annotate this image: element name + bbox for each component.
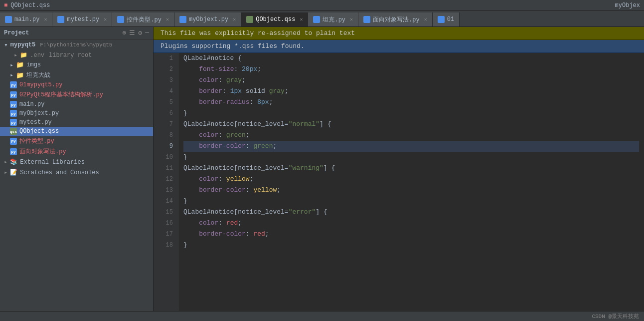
sidebar-item-myobjext[interactable]: py myObjext.py — [0, 109, 153, 118]
sidebar-item-oop[interactable]: py 面向对象写法.py — [0, 146, 153, 157]
project-arrow-icon: ▾ — [4, 41, 8, 49]
title-bar: ■ QObject.qss myObjex — [0, 0, 644, 11]
bottom-bar-credit: CSDN @景天科技苑 — [592, 313, 639, 320]
oop-label: 面向对象写法.py — [19, 147, 66, 156]
sidebar: Project ⊕ ☰ ⚙ — ▾ mypyqt5 F:\pythonitems… — [0, 27, 154, 311]
scratches-arrow-icon: ▸ — [4, 169, 7, 176]
control-icon-wrap: py — [10, 138, 17, 145]
collapse-icon[interactable]: ☰ — [129, 29, 135, 37]
tab-close-oop-py[interactable]: ✕ — [424, 16, 427, 22]
line-num-4: 4 — [154, 86, 178, 97]
line-numbers: 1 2 3 4 5 6 7 8 9 10 11 12 13 14 15 16 1… — [154, 53, 178, 311]
line-num-2: 2 — [154, 64, 178, 75]
tab-close-main-py[interactable]: ✕ — [44, 16, 47, 22]
code-line-4: border: 1px solid gray; — [183, 86, 639, 97]
myobjext-label: myObjext.py — [19, 110, 59, 117]
file02-py-icon: py — [10, 91, 17, 98]
line-num-12: 12 — [154, 174, 178, 185]
sidebar-item-mytest[interactable]: py mytest.py — [0, 118, 153, 127]
close-sidebar-icon[interactable]: — — [145, 29, 149, 37]
tab-mytest-py[interactable]: mytest.py ✕ — [52, 12, 112, 26]
tab-close-myobjext-py[interactable]: ✕ — [233, 16, 236, 22]
ext-libs-arrow-icon: ▸ — [4, 158, 7, 166]
line-num-14: 14 — [154, 196, 178, 207]
code-line-7: QLabel#notice[notice_level="normal"] { — [183, 119, 639, 130]
sidebar-item-scratches[interactable]: ▸ 📝 Scratches and Consoles — [0, 167, 153, 178]
notification-bar-blue: Plugins supporting *.qss files found. — [154, 40, 644, 53]
file01-icon-wrap: py — [10, 81, 17, 88]
code-line-5: border-radius: 8px; — [183, 97, 639, 108]
tab-icon-main-py — [5, 16, 12, 23]
title-bar-title: QObject.qss — [10, 2, 50, 9]
main-label: main.py — [19, 101, 44, 108]
qobject-icon-wrap: qss — [10, 128, 17, 135]
tab-oop-py[interactable]: 面向对象写法.py ✕ — [358, 12, 433, 26]
tank-label: 坦克大战 — [26, 71, 50, 79]
tab-icon-oop-py — [363, 16, 370, 23]
tab-close-qobject-qss[interactable]: ✕ — [300, 16, 303, 22]
sidebar-item-env[interactable]: ▸ 📁 .env library root — [0, 50, 153, 60]
tab-control-py[interactable]: 控件类型.py ✕ — [112, 12, 174, 26]
tab-tank-py[interactable]: 坦克.py ✕ — [308, 12, 358, 26]
control-label: 控件类型.py — [19, 137, 54, 145]
sidebar-item-imgs[interactable]: ▸ 📁 imgs — [0, 60, 153, 70]
myobjext-icon-wrap: py — [10, 110, 17, 117]
file01-label: 01mypyqt5.py — [19, 81, 62, 88]
project-path: F:\pythonitems\mypyqt5 — [40, 42, 112, 48]
qobject-qss-label: QObject.qss — [19, 128, 59, 135]
myobjext-py-icon: py — [10, 110, 17, 117]
code-line-8: color: green; — [183, 130, 639, 141]
sidebar-item-tank[interactable]: ▸ 📁 坦克大战 — [0, 70, 153, 80]
ext-libs-label: External Libraries — [20, 159, 85, 166]
qobject-qss-icon: qss — [10, 128, 17, 135]
mytest-icon-wrap: py — [10, 119, 17, 126]
tab-close-control-py[interactable]: ✕ — [166, 16, 169, 22]
code-line-11: QLabel#notice[notice_level="warning"] { — [183, 163, 639, 174]
sidebar-item-main[interactable]: py main.py — [0, 100, 153, 109]
sidebar-header-icons: ⊕ ☰ ⚙ — — [123, 29, 149, 37]
main-icon-wrap: py — [10, 101, 17, 108]
file02-label: 02PyQt5程序基本结构解析.py — [19, 90, 103, 99]
tab-close-tank-py[interactable]: ✕ — [350, 16, 353, 22]
code-line-13: border-color: yellow; — [183, 185, 639, 196]
scratches-icon: 📝 — [10, 169, 17, 176]
tab-myobjext-py[interactable]: myObjext.py ✕ — [174, 12, 241, 26]
code-line-12: color: yellow; — [183, 174, 639, 185]
mytest-py-icon: py — [10, 119, 17, 126]
sidebar-item-control[interactable]: py 控件类型.py — [0, 136, 153, 146]
sidebar-item-02pyqt5[interactable]: py 02PyQt5程序基本结构解析.py — [0, 89, 153, 100]
bottom-bar: CSDN @景天科技苑 — [0, 311, 644, 321]
code-line-18: } — [183, 240, 639, 251]
main-area: Project ⊕ ☰ ⚙ — ▾ mypyqt5 F:\pythonitems… — [0, 27, 644, 311]
code-content[interactable]: QLabel#notice { font-size: 20px; color: … — [178, 53, 644, 311]
tab-main-py[interactable]: main.py ✕ — [0, 12, 52, 26]
line-num-6: 6 — [154, 108, 178, 119]
sync-icon[interactable]: ⊕ — [123, 29, 127, 37]
sidebar-item-external-libs[interactable]: ▸ 📚 External Libraries — [0, 157, 153, 167]
code-line-16: color: red; — [183, 218, 639, 229]
env-folder-icon: 📁 — [20, 51, 27, 59]
notification-text-blue: Plugins supporting *.qss files found. — [161, 42, 305, 50]
code-editor[interactable]: 1 2 3 4 5 6 7 8 9 10 11 12 13 14 15 16 1… — [154, 53, 644, 311]
tab-label-main-py: main.py — [14, 16, 39, 23]
sidebar-item-01mypyqt5[interactable]: py 01mypyqt5.py — [0, 80, 153, 89]
tab-label-mytest-py: mytest.py — [67, 16, 99, 23]
tab-qobject-qss[interactable]: QObject.qss ✕ — [241, 12, 308, 26]
tab-close-mytest-py[interactable]: ✕ — [104, 16, 107, 22]
tab-bar: main.py ✕ mytest.py ✕ 控件类型.py ✕ myObjext… — [0, 11, 644, 27]
file02-icon-wrap: py — [10, 91, 17, 98]
title-bar-right: myObjex — [615, 2, 640, 9]
imgs-label: imgs — [26, 61, 41, 68]
mytest-label: mytest.py — [19, 119, 52, 126]
title-bar-left: ■ QObject.qss — [4, 2, 50, 9]
settings-icon[interactable]: ⚙ — [138, 29, 142, 37]
tab-extra[interactable]: 01 — [433, 12, 460, 26]
imgs-arrow-icon: ▸ — [10, 61, 13, 69]
tank-arrow-icon: ▸ — [10, 71, 13, 79]
line-num-16: 16 — [154, 218, 178, 229]
project-root[interactable]: ▾ mypyqt5 F:\pythonitems\mypyqt5 — [0, 39, 153, 50]
line-num-3: 3 — [154, 75, 178, 86]
sidebar-title: Project — [4, 29, 29, 36]
code-line-15: QLabel#notice[notice_level="error"] { — [183, 207, 639, 218]
sidebar-item-qobject-qss[interactable]: qss QObject.qss — [0, 127, 153, 136]
